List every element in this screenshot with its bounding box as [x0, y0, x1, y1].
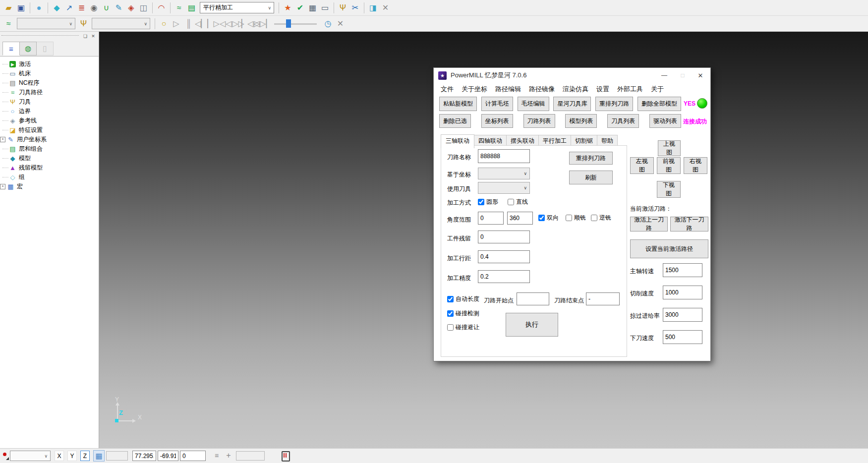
menu-item-3[interactable]: 路径编辑	[491, 85, 525, 94]
menu-item-7[interactable]: 外部工具	[613, 85, 647, 94]
dialog-list-3-button[interactable]: 刀路列表	[523, 114, 555, 128]
explorer-trash-tab[interactable]: ▯	[36, 42, 54, 56]
dialog-list-1-button[interactable]: 删除已选	[439, 114, 471, 128]
menu-item-4[interactable]: 路径镜像	[525, 85, 559, 94]
tree-item-boundaries[interactable]: ○边界	[2, 107, 99, 116]
based-coord-dropdown[interactable]: ∨	[478, 168, 530, 179]
tool-verify-icon[interactable]: ✔	[294, 1, 306, 14]
tree-item-toolpaths[interactable]: ≈刀具路径	[2, 88, 99, 97]
tool-holder-icon[interactable]: ∪	[100, 1, 113, 14]
block-icon[interactable]: ◆	[51, 1, 63, 14]
slider-handle[interactable]	[286, 19, 291, 28]
panel-float-icon[interactable]: ❏	[82, 33, 89, 39]
angle-to-input[interactable]	[507, 212, 533, 225]
tree-item-stock-models[interactable]: ▲残留模型	[2, 163, 99, 173]
save-project-icon[interactable]: ▣	[15, 1, 27, 14]
light-bulb-icon[interactable]: ○	[158, 17, 170, 30]
panel-gripper[interactable]	[1, 35, 79, 36]
execute-button[interactable]: 执行	[506, 313, 558, 337]
toolbar-close-icon[interactable]: ✕	[379, 1, 392, 14]
dialog-action-6-button[interactable]: 删除全部模型	[637, 97, 681, 111]
record-indicator-icon[interactable]	[2, 452, 9, 461]
menu-item-2[interactable]: 关于坐标	[458, 85, 491, 94]
axis-z-button[interactable]: Z	[80, 451, 90, 461]
collision-check-checkbox[interactable]	[447, 310, 454, 317]
auto-length-checkbox[interactable]	[447, 296, 454, 302]
tree-item-macros[interactable]: +▦宏	[2, 182, 99, 191]
tree-item-groups[interactable]: ◇组	[2, 173, 99, 182]
status-empty-field-2[interactable]	[236, 451, 265, 461]
feature-set-icon[interactable]: ◫	[137, 1, 150, 14]
activate-next-toolpath-button[interactable]: 激活下一刀路	[670, 217, 708, 232]
stock-remaining-input[interactable]	[478, 231, 530, 243]
plunge-feed-input[interactable]	[663, 330, 702, 344]
end-point-input[interactable]	[586, 292, 620, 305]
coord-z-input[interactable]	[180, 451, 206, 461]
play-icon[interactable]: ▷	[170, 17, 182, 30]
dialog-action-1-button[interactable]: 粘贴新模型	[439, 97, 477, 111]
axis-y-button[interactable]: Y	[67, 451, 77, 461]
tree-item-nc-program[interactable]: ▤NC程序	[2, 78, 99, 88]
tree-item-patterns[interactable]: ◈参考线	[2, 116, 99, 125]
conventional-checkbox[interactable]	[591, 215, 597, 221]
crosshair-icon[interactable]: +	[224, 451, 233, 460]
top-view-button[interactable]: 上视图	[658, 140, 681, 156]
start-point-input[interactable]	[517, 292, 549, 305]
activate-prev-toolpath-button[interactable]: 激活上一刀路	[630, 217, 668, 232]
tree-item-workplanes[interactable]: +✎用户坐标系	[2, 135, 99, 144]
shaded-view-icon[interactable]: ●	[33, 1, 45, 14]
status-dropdown[interactable]: ∨	[10, 451, 51, 461]
pattern-pencil-icon[interactable]: ✎	[113, 1, 125, 14]
powermill-logo-icon[interactable]: ≈	[2, 17, 15, 30]
tool-pair-icon[interactable]: Ψ	[337, 1, 349, 14]
step-back-icon[interactable]: ◁▏	[195, 17, 207, 30]
tree-item-activate[interactable]: ▶激活	[2, 59, 99, 69]
rapid-move-icon[interactable]: ↗	[63, 1, 75, 14]
sim-tool-dropdown[interactable]: ∨	[92, 18, 150, 29]
status-empty-field-1[interactable]	[106, 451, 128, 461]
strategy-list-icon[interactable]: ▤	[185, 1, 198, 14]
sim-toolpath-dropdown[interactable]: ∨	[17, 18, 75, 29]
tree-item-models[interactable]: ◆模型	[2, 154, 99, 163]
circle-checkbox[interactable]	[478, 199, 484, 205]
tool-ball-icon[interactable]: ◉	[88, 1, 100, 14]
model-cubes-icon[interactable]: ◨	[367, 1, 379, 14]
tree-expander-icon[interactable]: +	[0, 184, 5, 189]
dialog-title-bar[interactable]: ★ PowerMILL 忆梦星河 7.0.6 — □ ✕	[434, 68, 710, 83]
go-end-icon[interactable]: ▷▷▏	[257, 17, 269, 30]
angle-from-input[interactable]	[478, 212, 504, 225]
clock-icon[interactable]: ◷	[322, 17, 334, 30]
tree-item-tools[interactable]: Ψ刀具	[2, 97, 99, 107]
menu-item-6[interactable]: 设置	[592, 85, 613, 94]
dialog-action-5-button[interactable]: 重排列刀路	[595, 97, 633, 111]
bottom-view-button[interactable]: 下视图	[657, 181, 681, 198]
climb-checkbox[interactable]	[566, 215, 572, 221]
dialog-action-2-button[interactable]: 计算毛坯	[481, 97, 513, 111]
dialog-action-4-button[interactable]: 星河刀具库	[553, 97, 591, 111]
coord-x-input[interactable]	[132, 451, 156, 461]
dialog-action-3-button[interactable]: 毛坯编辑	[518, 97, 549, 111]
measure-icon[interactable]: ▭	[319, 1, 331, 14]
toolbar-close-icon[interactable]: ✕	[334, 17, 347, 30]
calculator-icon[interactable]: ▦	[306, 1, 319, 14]
stepover-input[interactable]	[478, 250, 530, 263]
cutting-feed-input[interactable]	[663, 286, 702, 299]
menu-item-8[interactable]: 关于	[647, 85, 668, 94]
cut-scissors-icon[interactable]: ✂	[349, 1, 361, 14]
sim-tool-icon[interactable]: Ψ	[77, 17, 90, 30]
collision-avoid-checkbox[interactable]	[447, 324, 454, 331]
grid-snap-button[interactable]: ▦	[93, 450, 105, 462]
pause-icon[interactable]: ║	[182, 17, 195, 30]
bidirectional-checkbox[interactable]	[538, 215, 545, 221]
spindle-speed-input[interactable]	[663, 263, 702, 277]
rewind-icon[interactable]: ◁◁	[220, 17, 232, 30]
menu-item-5[interactable]: 渲染仿真	[559, 85, 592, 94]
minimize-button[interactable]: —	[655, 68, 674, 83]
set-active-path-button[interactable]: 设置当前激活路径	[630, 239, 708, 258]
rearrange-toolpaths-button[interactable]: 重排列刀路	[569, 152, 613, 165]
left-view-button[interactable]: 左视图	[630, 157, 654, 174]
explorer-globe-tab[interactable]: ◍	[19, 42, 37, 56]
dialog-tab-1[interactable]: 三轴联动	[441, 134, 474, 148]
nc-program-icon[interactable]: ≣	[75, 1, 88, 14]
dialog-list-6-button[interactable]: 驱动列表	[649, 114, 681, 128]
